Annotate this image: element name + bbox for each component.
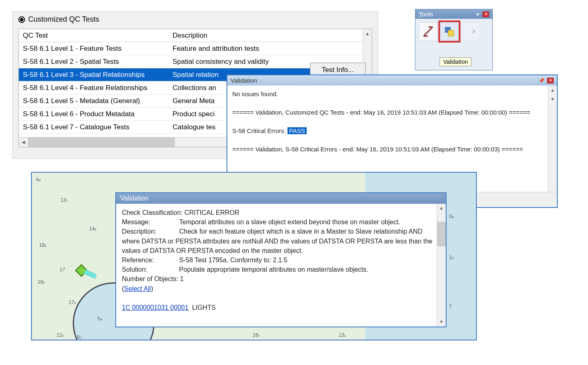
qc-test-name: S-58 6.1 Level 2 - Spatial Tests bbox=[19, 58, 170, 66]
qc-test-name: S-58 6.1 Level 6 - Product Metadata bbox=[19, 110, 170, 118]
depth-label: 12₈ bbox=[56, 332, 64, 338]
vertical-scrollbar[interactable]: ▲ ▼ bbox=[548, 86, 557, 192]
scroll-up-icon[interactable]: ▲ bbox=[437, 204, 446, 213]
depth-label: 18₅ bbox=[38, 279, 45, 285]
reference-row: Reference:S-58 Test 1795a. Conformity to… bbox=[122, 255, 440, 265]
no-issues-text: No issues found. bbox=[232, 90, 552, 99]
qc-row[interactable]: S-58 6.1 Level 1 - Feature TestsFeature … bbox=[19, 42, 372, 55]
scroll-down-icon[interactable]: ▼ bbox=[548, 95, 557, 104]
classification-row: Check Classification: CRITICAL ERROR bbox=[122, 208, 440, 217]
tools-title-label: Tools bbox=[419, 11, 433, 18]
qc-radio-row[interactable]: Customized QC Tests bbox=[13, 12, 378, 27]
critical-errors-line: S-58 Critical Errors: PASS bbox=[232, 126, 552, 136]
count-row: Number of Objects: 1 bbox=[122, 274, 440, 284]
light-sector bbox=[84, 269, 97, 279]
close-icon[interactable]: ✕ bbox=[547, 78, 554, 83]
validation-report-title[interactable]: Validation bbox=[116, 193, 446, 204]
scroll-up-icon[interactable]: ▲ bbox=[363, 29, 372, 38]
qc-grid-header: QC Test Description bbox=[19, 29, 372, 42]
svg-line-0 bbox=[424, 27, 433, 36]
pass-badge: PASS bbox=[287, 127, 307, 134]
select-all-link[interactable]: Select All bbox=[124, 285, 151, 292]
depth-label: 5₄ bbox=[97, 316, 102, 322]
qc-test-name: S-58 6.1 Level 1 - Feature Tests bbox=[19, 45, 170, 53]
tools-titlebar[interactable]: Tools ▼ ✕ bbox=[415, 9, 492, 19]
scroll-left-icon[interactable]: ◀ bbox=[19, 137, 28, 147]
arrow-icon bbox=[461, 22, 480, 41]
scrollbar-thumb[interactable] bbox=[437, 222, 446, 246]
depth-label: 4₆ bbox=[36, 177, 41, 182]
qc-test-desc: Feature and attribution tests bbox=[170, 45, 372, 53]
depth-label: 13₁ bbox=[339, 332, 346, 338]
qc-radio-label: Customized QC Tests bbox=[28, 15, 99, 24]
select-all-row: (Select All) bbox=[122, 284, 440, 293]
validation-line-2: ====== Validation, S-58 Critical Errors … bbox=[232, 145, 552, 154]
measure-icon[interactable] bbox=[419, 22, 438, 41]
scrollbar-thumb[interactable] bbox=[28, 137, 175, 147]
validation-tooltip: Validation bbox=[440, 57, 471, 66]
qc-test-name: S-58 6.1 Level 4 - Feature Relationships bbox=[19, 84, 170, 92]
depth-label: 7 bbox=[449, 304, 452, 309]
message-row: Message:Temporal attributes on a slave o… bbox=[122, 217, 440, 227]
validation-report-body: Check Classification: CRITICAL ERROR Mes… bbox=[116, 204, 446, 327]
validation-report-window: Validation Check Classification: CRITICA… bbox=[115, 192, 447, 327]
chevron-down-icon[interactable]: ▼ bbox=[476, 12, 480, 17]
close-icon[interactable]: ✕ bbox=[483, 11, 489, 17]
depth-label: 14₆ bbox=[89, 226, 97, 232]
depth-label: 1₂ bbox=[449, 255, 454, 260]
depth-label: 0₃ bbox=[449, 214, 454, 219]
validation-line-1: ====== Validation, Customized QC Tests -… bbox=[232, 108, 552, 117]
depth-label: 16₇ bbox=[253, 332, 260, 338]
pin-icon[interactable]: 📌 bbox=[539, 78, 545, 83]
object-link[interactable]: 1C 0000001031 00001 bbox=[122, 304, 189, 311]
scroll-up-icon[interactable]: ▲ bbox=[548, 86, 557, 95]
solution-row: Solution:Populate appropriate temporal a… bbox=[122, 265, 440, 274]
qc-test-name: S-58 6.1 Level 5 - Metadata (General) bbox=[19, 97, 170, 105]
depth-label: 13₇ bbox=[61, 197, 68, 203]
radio-icon bbox=[18, 16, 25, 23]
qc-header-desc[interactable]: Description bbox=[170, 32, 372, 40]
qc-test-name: S-58 6.1 Level 7 - Catalogue Tests bbox=[19, 123, 170, 131]
vertical-scrollbar[interactable]: ▲ ▼ bbox=[437, 204, 446, 327]
depth-label: 17₆ bbox=[69, 300, 76, 305]
qc-header-test[interactable]: QC Test bbox=[19, 32, 170, 40]
description-row: Description:Check for each feature objec… bbox=[122, 227, 440, 255]
depth-label: 16₁ bbox=[39, 242, 47, 248]
svg-rect-4 bbox=[448, 30, 454, 36]
scroll-down-icon[interactable]: ▼ bbox=[437, 318, 446, 327]
qc-test-name: S-58 6.1 Level 3 - Spatial Relationships bbox=[19, 71, 170, 79]
validation-log-titlebar[interactable]: Validation 📌 ✕ bbox=[227, 75, 557, 86]
depth-label: 9₇ bbox=[77, 334, 82, 340]
validation-log-title: Validation bbox=[231, 77, 257, 84]
validation-icon[interactable] bbox=[440, 22, 459, 41]
depth-label: 17 bbox=[60, 267, 65, 273]
object-row: 1C 0000001031 00001 LIGHTS bbox=[122, 303, 440, 312]
